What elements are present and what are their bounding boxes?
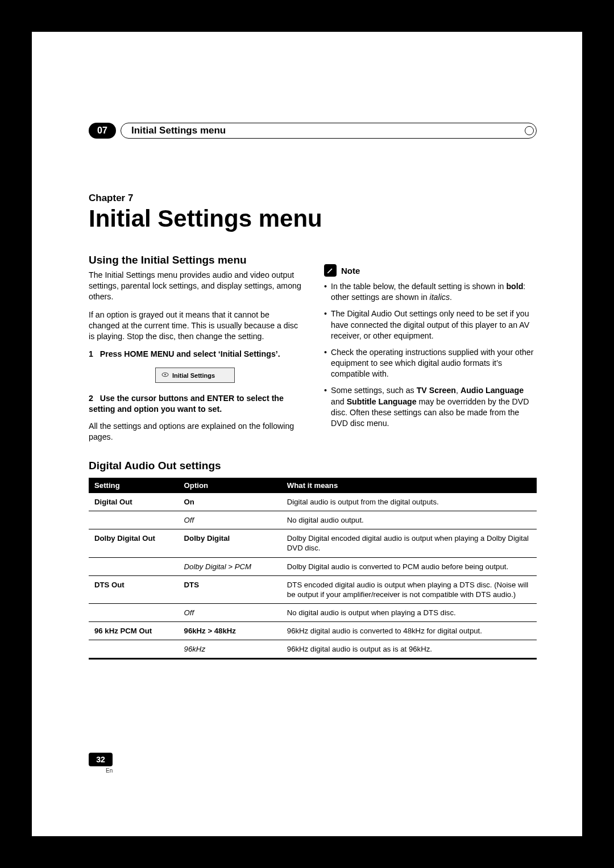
cell-setting: 96 kHz PCM Out	[89, 622, 179, 640]
right-column: Note In the table below, the default set…	[324, 254, 537, 443]
cell-meaning: 96kHz digital audio is converted to 48kH…	[281, 622, 537, 640]
cell-option: Dolby Digital > PCM	[179, 557, 281, 575]
step-number: 2	[89, 394, 93, 403]
table-header-row: Setting Option What it means	[89, 478, 537, 493]
cell-meaning: Digital audio is output from the digital…	[281, 493, 537, 511]
chapter-tab-label: Initial Settings menu	[121, 125, 226, 136]
table-row: OffNo digital audio is output when playi…	[89, 603, 537, 621]
page-number-badge: 32	[89, 753, 113, 766]
step-1: 1 Press HOME MENU and select ‘Initial Se…	[89, 349, 301, 360]
cell-setting	[89, 603, 179, 621]
note-text: ,	[456, 386, 460, 395]
note-text: In the table below, the default setting …	[331, 282, 506, 291]
intro-para-1: The Initial Settings menu provides audio…	[89, 270, 301, 303]
pencil-icon	[324, 264, 337, 277]
step-2-followup: All the settings and options are explain…	[89, 421, 301, 443]
note-item: The Digital Audio Out settings only need…	[324, 308, 537, 341]
note-text: .	[450, 293, 452, 302]
step-number: 1	[89, 349, 93, 358]
note-item: Some settings, such as TV Screen, Audio …	[324, 385, 537, 429]
cell-option: Off	[179, 511, 281, 529]
cell-option: Dolby Digital	[179, 529, 281, 557]
cell-option: 96kHz	[179, 640, 281, 659]
cell-option: 96kHz > 48kHz	[179, 622, 281, 640]
table-row: DTS OutDTSDTS encoded digital audio is o…	[89, 575, 537, 603]
cell-setting: DTS Out	[89, 575, 179, 603]
cell-meaning: 96kHz digital audio is output as is at 9…	[281, 640, 537, 659]
manual-page: 07 Initial Settings menu Chapter 7 Initi…	[32, 32, 582, 836]
table-row: 96kHz96kHz digital audio is output as is…	[89, 640, 537, 659]
step-text: Press HOME MENU and select ‘Initial Sett…	[100, 349, 280, 358]
step-2: 2 Use the cursor buttons and ENTER to se…	[89, 393, 301, 415]
table-row: OffNo digital audio output.	[89, 511, 537, 529]
note-label: Note	[341, 266, 360, 276]
chapter-tab: Initial Settings menu	[121, 123, 537, 139]
ui-screenshot: Initial Settings	[89, 368, 301, 383]
intro-para-2: If an option is grayed out it means that…	[89, 310, 301, 343]
cell-meaning: Dolby Digital encoded digital audio is o…	[281, 529, 537, 557]
section-heading-using: Using the Initial Settings menu	[89, 254, 301, 266]
cell-option: On	[179, 493, 281, 511]
two-column-body: Using the Initial Settings menu The Init…	[89, 254, 537, 443]
table-row: Dolby Digital OutDolby DigitalDolby Digi…	[89, 529, 537, 557]
page-language: En	[106, 767, 113, 774]
cell-option: Off	[179, 603, 281, 621]
note-italic: italics	[430, 293, 450, 302]
table-row: 96 kHz PCM Out96kHz > 48kHz96kHz digital…	[89, 622, 537, 640]
initial-settings-menu-item: Initial Settings	[155, 368, 235, 383]
note-item: In the table below, the default setting …	[324, 281, 537, 303]
col-option: Option	[179, 478, 281, 493]
page-footer: 32 En	[89, 753, 113, 774]
step-text: Use the cursor buttons and ENTER to sele…	[89, 394, 284, 414]
menu-item-label: Initial Settings	[172, 372, 215, 379]
cell-setting: Digital Out	[89, 493, 179, 511]
note-bold: bold	[506, 282, 523, 291]
chapter-label: Chapter 7	[89, 193, 537, 204]
note-item: Check the operating instructions supplie…	[324, 347, 537, 380]
cell-meaning: Dolby Digital audio is converted to PCM …	[281, 557, 537, 575]
col-setting: Setting	[89, 478, 179, 493]
cell-setting: Dolby Digital Out	[89, 529, 179, 557]
cell-meaning: DTS encoded digital audio is output when…	[281, 575, 537, 603]
note-bold: Subtitle Language	[347, 397, 417, 406]
cell-meaning: No digital audio is output when playing …	[281, 603, 537, 621]
svg-point-1	[164, 374, 166, 375]
chapter-title: Initial Settings menu	[89, 205, 537, 232]
cell-setting	[89, 511, 179, 529]
note-text: Some settings, such as	[331, 386, 417, 395]
note-text: and	[331, 397, 347, 406]
cell-setting	[89, 557, 179, 575]
cell-meaning: No digital audio output.	[281, 511, 537, 529]
note-heading: Note	[324, 264, 537, 277]
note-bold: Audio Language	[460, 386, 524, 395]
note-bold: TV Screen	[417, 386, 456, 395]
disc-icon	[161, 371, 169, 379]
chapter-header-band: 07 Initial Settings menu	[89, 123, 537, 139]
note-list: In the table below, the default setting …	[324, 281, 537, 429]
cell-option: DTS	[179, 575, 281, 603]
left-column: Using the Initial Settings menu The Init…	[89, 254, 301, 443]
cell-setting	[89, 640, 179, 659]
col-meaning: What it means	[281, 478, 537, 493]
table-row: Dolby Digital > PCMDolby Digital audio i…	[89, 557, 537, 575]
settings-table: Setting Option What it means Digital Out…	[89, 478, 537, 660]
table-heading: Digital Audio Out settings	[89, 460, 537, 472]
table-row: Digital OutOnDigital audio is output fro…	[89, 493, 537, 511]
chapter-number-badge: 07	[89, 123, 116, 139]
